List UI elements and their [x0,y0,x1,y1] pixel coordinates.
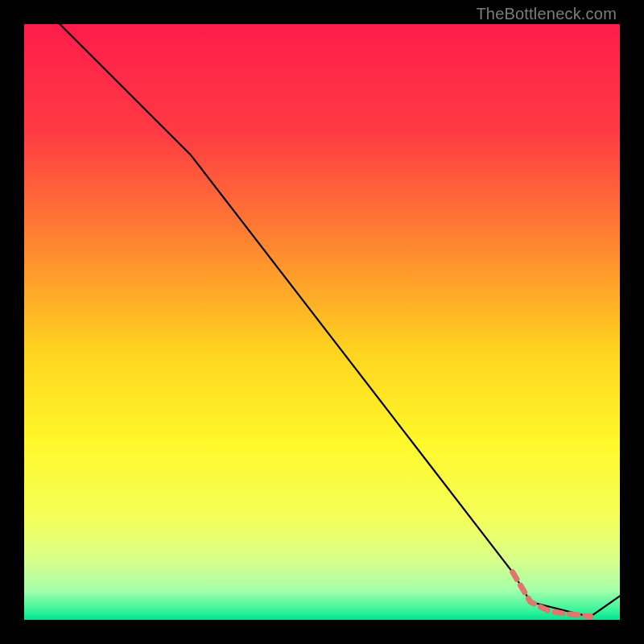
chart-stage: TheBottleneck.com [0,0,644,644]
chart-lines [24,24,620,620]
watermark-text: TheBottleneck.com [476,5,617,23]
series-curve [60,24,620,617]
series-dash-overlay [513,572,590,617]
plot-area [24,24,620,620]
